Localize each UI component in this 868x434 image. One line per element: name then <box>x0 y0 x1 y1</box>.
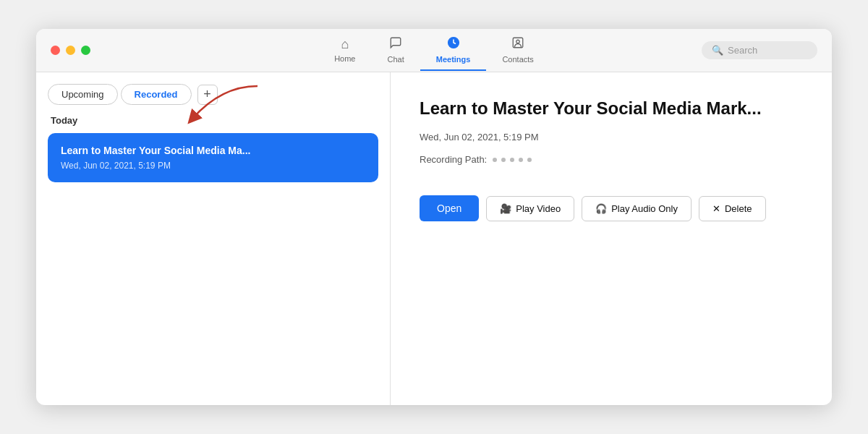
detail-date: Wed, Jun 02, 2021, 5:19 PM <box>420 132 803 142</box>
nav-item-contacts[interactable]: Contacts <box>486 30 549 71</box>
recording-path-label: Recording Path: <box>420 154 487 165</box>
meeting-card-title: Learn to Master Your Social Media Ma... <box>61 145 365 156</box>
add-meeting-button[interactable]: + <box>197 85 218 105</box>
nav-meetings-label: Meetings <box>436 55 471 64</box>
nav-item-home[interactable]: ⌂ Home <box>318 31 371 70</box>
action-buttons: Open 🎥 Play Video 🎧 Play Audio Only ✕ De… <box>420 195 803 221</box>
left-panel: Upcoming Recorded + <box>36 72 391 405</box>
play-audio-button[interactable]: 🎧 Play Audio Only <box>582 196 692 221</box>
dot-2 <box>501 158 506 162</box>
nav-chat-label: Chat <box>387 55 404 64</box>
close-button[interactable] <box>51 46 60 55</box>
detail-path-row: Recording Path: <box>420 154 803 165</box>
delete-label: Delete <box>725 203 752 214</box>
minimize-button[interactable] <box>66 46 75 55</box>
nav-item-chat[interactable]: Chat <box>371 30 420 71</box>
nav-contacts-label: Contacts <box>502 55 533 64</box>
meetings-icon <box>447 36 460 53</box>
search-icon: 🔍 <box>712 45 723 56</box>
app-window: ⌂ Home Chat Meetings <box>36 29 832 405</box>
section-today: Today <box>48 115 378 126</box>
chat-icon <box>389 36 402 53</box>
detail-title: Learn to Master Your Social Media Mark..… <box>420 98 803 119</box>
path-dots <box>493 158 532 162</box>
svg-point-2 <box>516 40 520 43</box>
tab-recorded[interactable]: Recorded <box>121 84 192 105</box>
audio-icon: 🎧 <box>595 203 607 214</box>
main-content: Upcoming Recorded + <box>36 72 832 405</box>
plus-icon: + <box>203 87 211 102</box>
dot-3 <box>510 158 514 162</box>
tab-upcoming[interactable]: Upcoming <box>48 84 118 105</box>
nav-item-meetings[interactable]: Meetings <box>420 30 487 71</box>
maximize-button[interactable] <box>81 46 90 55</box>
delete-icon: ✕ <box>712 203 720 214</box>
search-placeholder: Search <box>728 45 757 56</box>
play-video-button[interactable]: 🎥 Play Video <box>486 196 574 221</box>
tabs-row: Upcoming Recorded + <box>48 84 378 105</box>
titlebar: ⌂ Home Chat Meetings <box>36 29 832 72</box>
search-box[interactable]: 🔍 Search <box>702 41 817 59</box>
dot-4 <box>519 158 523 162</box>
dot-1 <box>493 158 497 162</box>
play-audio-label: Play Audio Only <box>611 203 678 214</box>
right-panel: Learn to Master Your Social Media Mark..… <box>391 72 832 405</box>
meeting-card[interactable]: Learn to Master Your Social Media Ma... … <box>48 133 378 182</box>
meeting-card-date: Wed, Jun 02, 2021, 5:19 PM <box>61 161 365 171</box>
open-button[interactable]: Open <box>420 195 479 221</box>
main-nav: ⌂ Home Chat Meetings <box>318 30 550 71</box>
play-video-label: Play Video <box>516 203 561 214</box>
video-icon: 🎥 <box>500 203 511 214</box>
traffic-lights <box>51 46 90 55</box>
nav-home-label: Home <box>334 54 355 63</box>
home-icon: ⌂ <box>341 37 349 52</box>
contacts-icon <box>511 36 524 53</box>
dot-5 <box>527 158 532 162</box>
delete-button[interactable]: ✕ Delete <box>699 196 766 221</box>
